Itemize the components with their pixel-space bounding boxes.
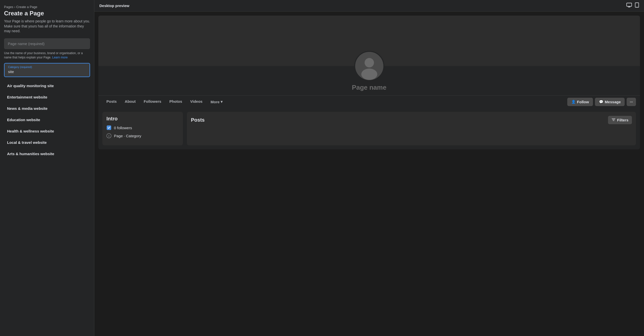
- breadcrumb-parent: Pages: [4, 5, 13, 9]
- chevron-down-icon: ▾: [221, 99, 223, 104]
- tablet-icon[interactable]: [635, 3, 639, 9]
- followers-count-text: 0 followers: [114, 126, 132, 130]
- page-preview-card: Page name Posts About Followers Photos V…: [98, 16, 640, 149]
- page-title: Create a Page: [4, 10, 90, 17]
- breadcrumb-separator: ›: [14, 5, 15, 9]
- preview-header: Desktop preview: [94, 0, 644, 12]
- page-category-item: i Page · Category: [106, 133, 179, 138]
- category-dropdown: Air quality monitoring site Entertainmen…: [4, 80, 90, 159]
- list-item[interactable]: Air quality monitoring site: [4, 80, 90, 91]
- intro-title: Intro: [106, 116, 179, 122]
- posts-header: Posts Filters: [191, 116, 632, 124]
- posts-title: Posts: [191, 117, 205, 123]
- profile-section: Page name: [98, 66, 640, 95]
- tab-posts[interactable]: Posts: [102, 96, 121, 108]
- list-item[interactable]: Entertainment website: [4, 91, 90, 103]
- category-input[interactable]: [8, 70, 86, 74]
- page-name-input[interactable]: [4, 38, 90, 49]
- posts-card: Posts Filters: [187, 112, 636, 145]
- page-nav: Posts About Followers Photos Videos More…: [98, 95, 640, 108]
- right-panel: Desktop preview: [94, 0, 644, 336]
- breadcrumb: Pages › Create a Page: [4, 5, 90, 9]
- device-icons: [626, 3, 639, 9]
- list-item[interactable]: Arts & humanities website: [4, 148, 90, 159]
- profile-name: Page name: [352, 84, 386, 91]
- filters-button[interactable]: Filters: [608, 116, 632, 124]
- follow-icon: 👤: [571, 100, 576, 104]
- list-item[interactable]: Education website: [4, 114, 90, 125]
- tab-photos[interactable]: Photos: [165, 96, 186, 108]
- followers-count-item: 0 followers: [106, 125, 179, 130]
- preview-content: Page name Posts About Followers Photos V…: [94, 12, 644, 336]
- preview-title: Desktop preview: [99, 4, 129, 8]
- follow-button[interactable]: 👤 Follow: [567, 98, 593, 106]
- tab-about[interactable]: About: [121, 96, 140, 108]
- tab-videos[interactable]: Videos: [186, 96, 207, 108]
- nav-actions: 👤 Follow 💬 Message ···: [567, 98, 636, 106]
- list-item[interactable]: Health & wellness website: [4, 125, 90, 137]
- svg-point-4: [365, 58, 374, 67]
- info-icon: i: [106, 133, 111, 138]
- svg-rect-6: [107, 125, 111, 130]
- page-description: Your Page is where people go to learn mo…: [4, 19, 90, 34]
- list-item[interactable]: Local & travel website: [4, 137, 90, 148]
- svg-point-5: [361, 69, 377, 80]
- page-category-text: Page · Category: [114, 134, 141, 138]
- left-panel: Pages › Create a Page Create a Page Your…: [0, 0, 94, 336]
- learn-more-link[interactable]: Learn more: [52, 56, 67, 59]
- tab-more[interactable]: More ▾: [207, 96, 227, 108]
- message-icon: 💬: [599, 100, 603, 104]
- intro-card: Intro 0 followers: [102, 112, 183, 145]
- category-label: Category (required): [8, 65, 86, 69]
- filters-icon: [612, 118, 616, 122]
- tab-followers[interactable]: Followers: [140, 96, 165, 108]
- more-actions-button[interactable]: ···: [627, 98, 636, 106]
- message-button[interactable]: 💬 Message: [595, 98, 625, 106]
- page-name-hint: Use the name of your business, brand or …: [4, 51, 90, 60]
- list-item[interactable]: News & media website: [4, 103, 90, 114]
- svg-point-2: [637, 7, 637, 7]
- svg-text:i: i: [108, 134, 109, 138]
- content-area: Intro 0 followers: [98, 108, 640, 149]
- followers-icon: [106, 125, 111, 130]
- ellipsis-icon: ···: [630, 100, 633, 104]
- svg-rect-0: [627, 3, 632, 6]
- nav-tabs: Posts About Followers Photos Videos More…: [102, 96, 227, 108]
- breadcrumb-current: Create a Page: [16, 5, 37, 9]
- desktop-icon[interactable]: [626, 3, 632, 9]
- avatar: [354, 51, 384, 81]
- category-input-wrapper: Category (required): [4, 63, 90, 77]
